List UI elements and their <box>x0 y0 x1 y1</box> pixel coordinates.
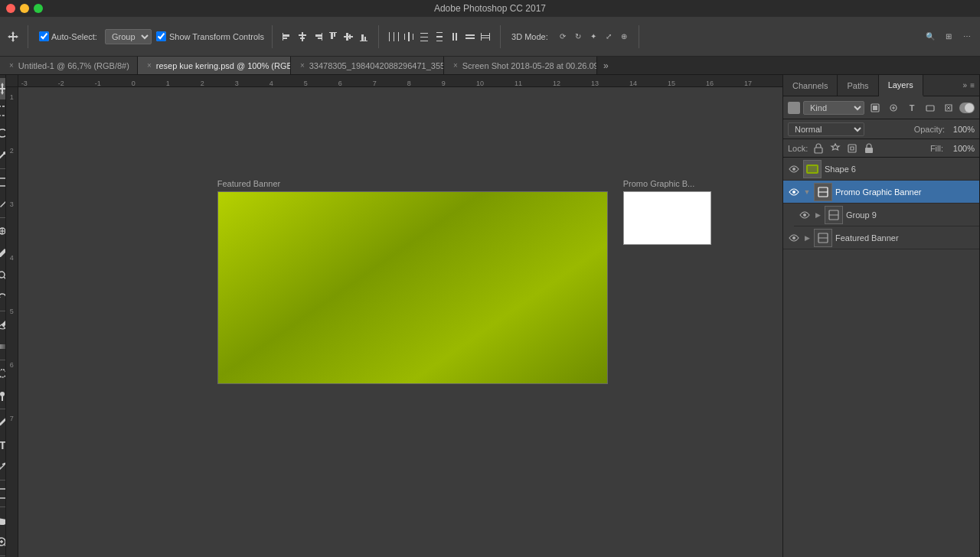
tool-crop[interactable] <box>0 171 6 193</box>
filter-toggle-icon[interactable] <box>788 102 800 114</box>
lock-pixel-btn[interactable] <box>812 142 825 155</box>
align-left-icon[interactable] <box>280 30 294 44</box>
tool-marquee[interactable] <box>0 100 6 122</box>
dist-right-icon[interactable] <box>417 30 431 44</box>
layer-item-promo[interactable]: ▼ Promo Graphic Banner <box>783 181 979 204</box>
minimize-button[interactable] <box>20 4 29 13</box>
layer-expand-featured[interactable]: ▶ <box>803 234 811 242</box>
svg-rect-56 <box>873 106 877 110</box>
tool-magic-wand[interactable] <box>0 145 6 166</box>
tool-eyedropper[interactable] <box>0 194 6 215</box>
tab-close-resep[interactable]: × <box>147 61 152 70</box>
auto-select-checkbox[interactable] <box>39 31 49 41</box>
tab-screenshot[interactable]: × Screen Shot 2018-05-28 at 00.26.09.png… <box>444 57 597 75</box>
layer-visibility-promo[interactable] <box>788 186 800 198</box>
lock-position-btn[interactable] <box>829 142 841 155</box>
dist-bottom-icon[interactable] <box>463 30 477 44</box>
layer-expand-group9[interactable]: ▶ <box>814 211 822 219</box>
tabs-overflow-button[interactable]: » <box>597 60 615 71</box>
3d-slide-icon[interactable]: ⤢ <box>602 30 616 44</box>
opacity-value[interactable]: 100% <box>948 125 975 134</box>
layer-expand-promo[interactable]: ▼ <box>803 188 811 196</box>
3d-pan-icon[interactable]: ✦ <box>586 30 600 44</box>
tool-shape[interactable] <box>0 483 6 504</box>
show-transform-label[interactable]: Show Transform Controls <box>156 31 264 41</box>
dist-center-icon[interactable] <box>402 30 416 44</box>
align-top-icon[interactable] <box>326 30 340 44</box>
tool-zoom[interactable] <box>0 532 6 553</box>
tool-sep-3 <box>0 311 6 311</box>
svg-point-39 <box>0 129 6 137</box>
maximize-button[interactable] <box>34 4 43 13</box>
tool-eraser[interactable] <box>0 314 6 335</box>
align-middle-v-icon[interactable] <box>341 30 355 44</box>
more-options-icon[interactable]: ⋯ <box>960 30 974 44</box>
search-icon[interactable]: 🔍 <box>923 30 937 44</box>
tool-pen[interactable] <box>0 412 6 433</box>
filter-pixel-icon[interactable] <box>867 100 883 116</box>
tool-move[interactable] <box>0 78 6 99</box>
tool-sep-1 <box>0 168 6 169</box>
tab-close-screenshot[interactable]: × <box>453 61 458 70</box>
tool-blur[interactable] <box>0 363 6 384</box>
3d-roll-icon[interactable]: ↻ <box>571 30 585 44</box>
3d-scale-icon[interactable]: ⊕ <box>617 30 631 44</box>
featured-banner-canvas[interactable] <box>217 191 608 384</box>
tool-dodge[interactable] <box>0 385 6 406</box>
3d-rotate-icon[interactable]: ⟳ <box>556 30 570 44</box>
tool-path-select[interactable] <box>0 456 6 477</box>
tool-gradient[interactable] <box>0 336 6 357</box>
svg-rect-22 <box>408 32 410 41</box>
lock-all-btn[interactable] <box>863 142 875 155</box>
tool-healing[interactable] <box>0 220 6 242</box>
panel-expand-icon[interactable]: » <box>963 81 968 90</box>
dist-middle-icon[interactable] <box>448 30 462 44</box>
filter-adjust-icon[interactable] <box>886 100 901 116</box>
tool-lasso[interactable] <box>0 122 6 144</box>
tab-close-untitled[interactable]: × <box>9 61 14 70</box>
panel-menu-icon[interactable]: ≡ <box>970 81 975 90</box>
blend-mode-select[interactable]: Normal <box>788 122 864 136</box>
filter-shape-icon[interactable] <box>923 100 938 116</box>
tab-layers[interactable]: Layers <box>879 75 923 96</box>
layer-item-featured[interactable]: ▶ Featured Banner <box>783 226 979 249</box>
filter-text-icon[interactable]: T <box>904 100 920 116</box>
filter-smart-icon[interactable] <box>941 100 956 116</box>
tool-clone[interactable] <box>0 265 6 286</box>
tab-33478[interactable]: × 33478305_1984042088296471_355543640651… <box>291 57 444 75</box>
layer-item-group9[interactable]: ▶ Group 9 <box>794 204 979 226</box>
layer-visibility-shape6[interactable] <box>788 163 800 175</box>
tool-sep-7 <box>0 507 6 507</box>
workspace-icon[interactable]: ⊞ <box>942 30 956 44</box>
lock-artboard-btn[interactable] <box>846 142 858 155</box>
tab-resep[interactable]: × resep kue kering.psd @ 100% (RGB/8#) * <box>138 57 291 75</box>
align-center-h-icon[interactable] <box>296 30 309 44</box>
tool-brush[interactable] <box>0 243 6 264</box>
tab-channels[interactable]: Channels <box>783 75 838 96</box>
filter-enable-toggle[interactable] <box>959 103 975 113</box>
show-transform-checkbox[interactable] <box>156 31 166 41</box>
auto-select-dropdown[interactable]: Group <box>105 29 152 44</box>
lock-label: Lock: <box>788 144 808 153</box>
tool-hand[interactable] <box>0 510 6 531</box>
close-button[interactable] <box>6 4 15 13</box>
layer-item-shape6[interactable]: Shape 6 <box>783 158 979 181</box>
layer-visibility-group9[interactable] <box>799 209 811 221</box>
layer-name-shape6: Shape 6 <box>825 164 975 174</box>
tool-text[interactable]: T <box>0 434 6 455</box>
tab-close-33478[interactable]: × <box>300 61 305 70</box>
promo-banner-canvas[interactable] <box>623 191 711 245</box>
dist-top-icon[interactable] <box>433 30 446 44</box>
layer-visibility-featured[interactable] <box>788 232 800 244</box>
dist-left-icon[interactable] <box>387 30 400 44</box>
tab-paths[interactable]: Paths <box>838 75 878 96</box>
svg-point-67 <box>803 213 806 217</box>
svg-rect-9 <box>329 32 337 33</box>
align-right-icon[interactable] <box>311 30 325 44</box>
fill-value[interactable]: 100% <box>948 144 975 153</box>
layers-filter-select[interactable]: Kind <box>803 101 864 115</box>
align-bottom-icon[interactable] <box>357 30 371 44</box>
tab-untitled[interactable]: × Untitled-1 @ 66,7% (RGB/8#) <box>0 57 138 75</box>
tool-history-brush[interactable] <box>0 287 6 308</box>
dist-spacing-icon[interactable] <box>479 30 492 44</box>
